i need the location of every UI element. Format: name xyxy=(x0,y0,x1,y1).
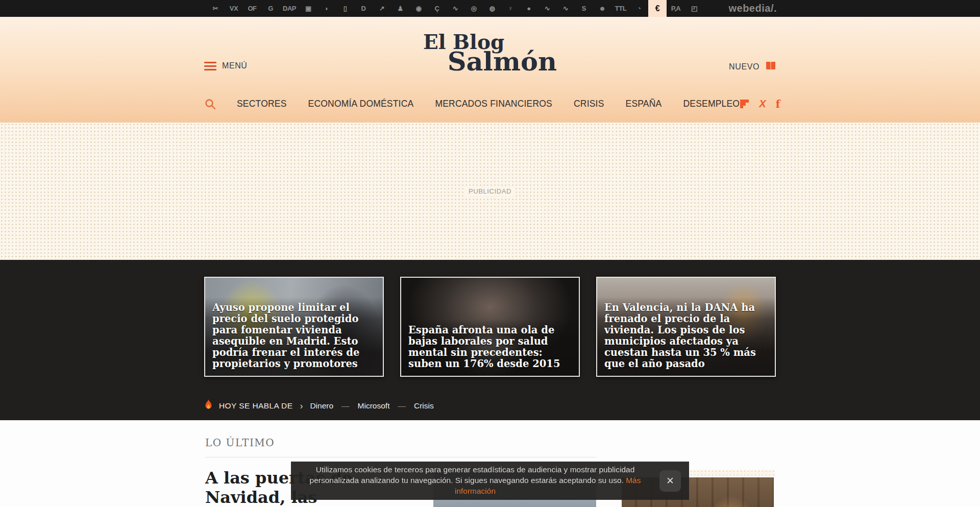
new-button[interactable]: NUEVO xyxy=(729,61,776,72)
cookie-message-text: Utilizamos cookies de terceros para gene… xyxy=(310,465,635,485)
topic-link-crisis[interactable]: Crisis xyxy=(414,401,434,411)
featured-section: Ayuso propone limitar el precio del suel… xyxy=(0,260,980,420)
featured-card-overlay: En Valencia, ni la DANA ha frenado el pr… xyxy=(597,297,775,376)
nav-item-mercados-financieros[interactable]: MERCADOS FINANCIEROS xyxy=(435,99,552,109)
nav-item-espana[interactable]: ESPAÑA xyxy=(626,99,662,109)
network-site-icon[interactable]: ◉ xyxy=(409,0,428,17)
cookie-banner: Utilizamos cookies de terceros para gene… xyxy=(291,462,689,500)
network-site-icon[interactable]: ◗ xyxy=(317,0,336,17)
network-site-icon[interactable]: ✂ xyxy=(206,0,225,17)
network-site-icon[interactable]: ▣ xyxy=(299,0,317,17)
network-site-icon[interactable]: DAP xyxy=(280,0,299,17)
network-site-icon[interactable]: D xyxy=(354,0,373,17)
network-site-icon[interactable]: G xyxy=(261,0,280,17)
nav-item-sectores[interactable]: SECTORES xyxy=(237,99,287,109)
ad-placeholder-zone: PUBLICIDAD xyxy=(0,123,980,260)
flipboard-icon[interactable] xyxy=(740,99,749,109)
network-site-icon[interactable]: TTL xyxy=(611,0,630,17)
network-site-icon[interactable]: ◔ xyxy=(630,0,648,17)
network-site-icon[interactable]: ▯ xyxy=(336,0,354,17)
menu-label: MENÚ xyxy=(222,61,248,70)
network-site-icon[interactable]: ∿ xyxy=(538,0,556,17)
close-icon: ✕ xyxy=(666,475,674,487)
cookie-message: Utilizamos cookies de terceros para gene… xyxy=(299,465,651,497)
featured-card[interactable]: Ayuso propone limitar el precio del suel… xyxy=(204,277,384,377)
featured-card-overlay: España afronta una ola de bajas laborale… xyxy=(401,320,579,376)
main-nav: SECTORES ECONOMÍA DOMÉSTICA MERCADOS FIN… xyxy=(204,98,776,110)
nav-item-economia-domestica[interactable]: ECONOMÍA DOMÉSTICA xyxy=(308,99,414,109)
elblogsalmon-site-icon-active[interactable]: € xyxy=(648,0,667,17)
network-site-icon[interactable]: ● xyxy=(520,0,538,17)
book-icon xyxy=(766,61,776,72)
featured-card-title: En Valencia, ni la DANA ha frenado el pr… xyxy=(604,302,768,370)
site-logo[interactable]: El Blog Salmón xyxy=(423,32,557,74)
latest-heading: LO ÚLTIMO xyxy=(205,437,596,457)
search-button[interactable] xyxy=(204,98,216,110)
featured-card-title: España afronta una ola de bajas laborale… xyxy=(408,325,572,370)
menu-button[interactable]: MENÚ xyxy=(204,61,248,70)
network-site-icon[interactable]: ∿ xyxy=(446,0,464,17)
topic-separator: — xyxy=(341,401,350,411)
network-site-icon[interactable]: VX xyxy=(225,0,243,17)
network-site-icon[interactable]: ◰ xyxy=(685,0,703,17)
search-icon xyxy=(204,98,216,110)
network-site-icon[interactable]: ☻ xyxy=(593,0,611,17)
cookie-close-button[interactable]: ✕ xyxy=(659,470,681,492)
featured-card[interactable]: En Valencia, ni la DANA ha frenado el pr… xyxy=(596,277,776,377)
network-topbar: ✂ VX OF G DAP ▣ ◗ ▯ D ↗ ♟ ◉ Ç ∿ ◎ ◍ ♀ ● … xyxy=(0,0,980,17)
ad-label: PUBLICIDAD xyxy=(464,186,516,196)
network-site-icon[interactable]: ◍ xyxy=(483,0,501,17)
topic-link-dinero[interactable]: Dinero xyxy=(310,401,333,411)
network-site-icon[interactable]: ∿ xyxy=(556,0,575,17)
network-site-icon[interactable]: P,A xyxy=(667,0,685,17)
network-site-icon[interactable]: OF xyxy=(243,0,261,17)
nav-item-desempleo[interactable]: DESEMPLEO xyxy=(683,99,740,109)
network-site-icon[interactable]: S xyxy=(575,0,593,17)
topics-breadcrumb: HOY SE HABLA DE › Dinero — Microsoft — C… xyxy=(204,399,776,412)
network-site-icon[interactable]: Ç xyxy=(428,0,446,17)
facebook-icon[interactable]: f xyxy=(776,98,780,110)
webedia-logo[interactable]: webedia/. xyxy=(728,3,777,14)
network-site-icon[interactable]: ♀ xyxy=(501,0,520,17)
network-site-icon[interactable]: ↗ xyxy=(373,0,391,17)
topic-link-microsoft[interactable]: Microsoft xyxy=(358,401,390,411)
hamburger-icon xyxy=(204,62,216,70)
topic-separator: — xyxy=(398,401,406,411)
site-header: MENÚ El Blog Salmón NUEVO xyxy=(0,17,980,123)
network-site-icon[interactable]: ◎ xyxy=(464,0,483,17)
featured-card-title: Ayuso propone limitar el precio del suel… xyxy=(212,302,376,370)
nav-item-crisis[interactable]: CRISIS xyxy=(574,99,604,109)
chevron-right-icon: › xyxy=(300,401,303,411)
fire-icon xyxy=(204,399,213,412)
new-label: NUEVO xyxy=(729,62,760,71)
featured-card-overlay: Ayuso propone limitar el precio del suel… xyxy=(205,297,383,376)
featured-card[interactable]: España afronta una ola de bajas laborale… xyxy=(400,277,580,377)
topics-label: HOY SE HABLA DE xyxy=(219,401,292,411)
network-site-list: ✂ VX OF G DAP ▣ ◗ ▯ D ↗ ♟ ◉ Ç ∿ ◎ ◍ ♀ ● … xyxy=(206,0,703,17)
network-site-icon[interactable]: ♟ xyxy=(391,0,409,17)
x-twitter-icon[interactable]: X xyxy=(759,98,766,110)
